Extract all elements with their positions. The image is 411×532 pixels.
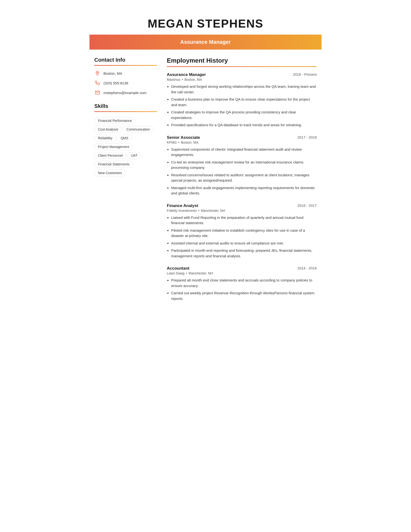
skill-tag: New Customers bbox=[94, 170, 126, 176]
separator: • bbox=[186, 271, 187, 275]
job-bullet: Provided specifications for a QA databas… bbox=[171, 122, 317, 128]
skill-tag: Communication bbox=[123, 126, 154, 133]
company-name: Maximus bbox=[167, 78, 180, 82]
job-title: Senior Associate bbox=[167, 135, 200, 140]
skills-tags: Financial PerformanceCost AnalysisCommun… bbox=[94, 116, 157, 177]
job-bullets: Supervised components of clients' integr… bbox=[167, 147, 317, 196]
location-icon bbox=[94, 70, 101, 76]
job-title: Assurance Manager bbox=[167, 72, 206, 77]
job-bullet: Prepared all month end close statements … bbox=[171, 278, 317, 288]
job-title: Assurance Manager bbox=[180, 39, 231, 45]
employment-section-title: Employment History bbox=[167, 57, 317, 64]
job-title: Accountant bbox=[167, 266, 189, 271]
separator: • bbox=[178, 141, 179, 144]
job-bullet: Created a business plan to improve the Q… bbox=[171, 97, 317, 108]
skill-tag: Client Personnel bbox=[94, 152, 126, 159]
contact-phone-value: (320) 555-8136 bbox=[103, 81, 128, 85]
job-bullet: Liaised with Fund Reporting in the prepa… bbox=[171, 215, 317, 226]
body-section: Contact Info Boston, MA bbox=[89, 57, 322, 309]
job-block: Accountant2014 - 2016Lawn Dawg•Mancheste… bbox=[167, 266, 317, 301]
right-column: Employment History Assurance Manager2018… bbox=[167, 57, 317, 309]
company-location: Boston, MA bbox=[185, 78, 202, 82]
skills-section-title: Skills bbox=[94, 103, 157, 109]
contact-email: mstephens@example.com bbox=[94, 89, 157, 96]
company-name: Fidelity Investments bbox=[167, 209, 197, 213]
job-title-row: Accountant2014 - 2016 bbox=[167, 266, 317, 271]
job-bullet: Supervised components of clients' integr… bbox=[171, 147, 317, 158]
job-bullets: Prepared all month end close statements … bbox=[167, 278, 317, 301]
skill-tag: Project Management bbox=[94, 143, 133, 150]
skill-tag: QMS bbox=[117, 135, 132, 142]
job-block: Assurance Manager2018 - PresentMaximus•B… bbox=[167, 72, 317, 128]
skill-tag: Cost Analysis bbox=[94, 126, 122, 133]
contact-location: Boston, MA bbox=[94, 70, 157, 76]
job-block: Senior Associate2017 - 2018KPMG•Boston, … bbox=[167, 135, 317, 196]
skill-tag: Financial Performance bbox=[94, 117, 135, 124]
job-bullet: Piloted risk management initiative to es… bbox=[171, 228, 317, 239]
company-location: Manchester, NH bbox=[188, 271, 213, 275]
job-bullet: Co-led an enterprise risk management rev… bbox=[171, 160, 317, 171]
skill-tag: UAT bbox=[127, 152, 141, 159]
svg-point-0 bbox=[97, 72, 98, 73]
job-block: Finance Analyst2016 - 2017Fidelity Inves… bbox=[167, 203, 317, 259]
contact-section-title: Contact Info bbox=[94, 57, 157, 63]
job-company: Lawn Dawg•Manchester, NH bbox=[167, 271, 317, 275]
job-bullet: Participated in month-end reporting and … bbox=[171, 248, 317, 259]
email-icon bbox=[94, 89, 101, 96]
job-bullet: Resolved concerns/issues related to audi… bbox=[171, 172, 317, 183]
separator: • bbox=[198, 209, 199, 213]
job-bullet: Created strategies to improve the QA pro… bbox=[171, 110, 317, 120]
job-company: Maximus•Boston, MA bbox=[167, 78, 317, 82]
contact-divider bbox=[94, 65, 157, 66]
job-bullets: Developed and forged strong working rela… bbox=[167, 84, 317, 128]
company-name: KPMG bbox=[167, 141, 177, 144]
employment-section: Employment History Assurance Manager2018… bbox=[167, 57, 317, 301]
job-company: KPMG•Boston, MA bbox=[167, 141, 317, 144]
job-dates: 2016 - 2017 bbox=[297, 203, 317, 208]
phone-icon bbox=[94, 80, 101, 86]
job-bullets: Liaised with Fund Reporting in the prepa… bbox=[167, 215, 317, 259]
contact-email-value: mstephens@example.com bbox=[103, 91, 147, 95]
candidate-name: MEGAN STEPHENS bbox=[89, 17, 322, 30]
skills-divider bbox=[94, 111, 157, 112]
skills-section: Skills Financial PerformanceCost Analysi… bbox=[94, 103, 157, 177]
job-bullet: Carried out weekly project Revenue Recog… bbox=[171, 290, 317, 301]
job-company: Fidelity Investments•Manchester, NH bbox=[167, 209, 317, 213]
left-column: Contact Info Boston, MA bbox=[94, 57, 157, 309]
skill-tag: Reliability bbox=[94, 135, 116, 142]
job-dates: 2017 - 2018 bbox=[297, 135, 317, 139]
job-dates: 2018 - Present bbox=[293, 72, 317, 76]
title-bar: Assurance Manager bbox=[89, 35, 322, 50]
job-title-row: Senior Associate2017 - 2018 bbox=[167, 135, 317, 140]
job-title: Finance Analyst bbox=[167, 203, 198, 208]
separator: • bbox=[182, 78, 183, 82]
skill-tag: Financial Statements bbox=[94, 161, 133, 168]
job-bullet: Assisted internal and external audits to… bbox=[171, 241, 317, 246]
company-location: Manchester, NH bbox=[201, 209, 225, 213]
company-name: Lawn Dawg bbox=[167, 271, 185, 275]
job-title-row: Assurance Manager2018 - Present bbox=[167, 72, 317, 77]
jobs-list: Assurance Manager2018 - PresentMaximus•B… bbox=[167, 72, 317, 301]
contact-location-value: Boston, MA bbox=[103, 71, 122, 76]
job-bullet: Managed multi-firm audit engagements imp… bbox=[171, 185, 317, 196]
job-dates: 2014 - 2016 bbox=[297, 266, 317, 270]
contact-section: Contact Info Boston, MA bbox=[94, 57, 157, 96]
contact-phone: (320) 555-8136 bbox=[94, 80, 157, 86]
job-title-row: Finance Analyst2016 - 2017 bbox=[167, 203, 317, 208]
job-bullet: Developed and forged strong working rela… bbox=[171, 84, 317, 95]
header: MEGAN STEPHENS bbox=[89, 10, 322, 30]
employment-divider bbox=[167, 66, 317, 67]
company-location: Boston, MA bbox=[181, 141, 198, 144]
